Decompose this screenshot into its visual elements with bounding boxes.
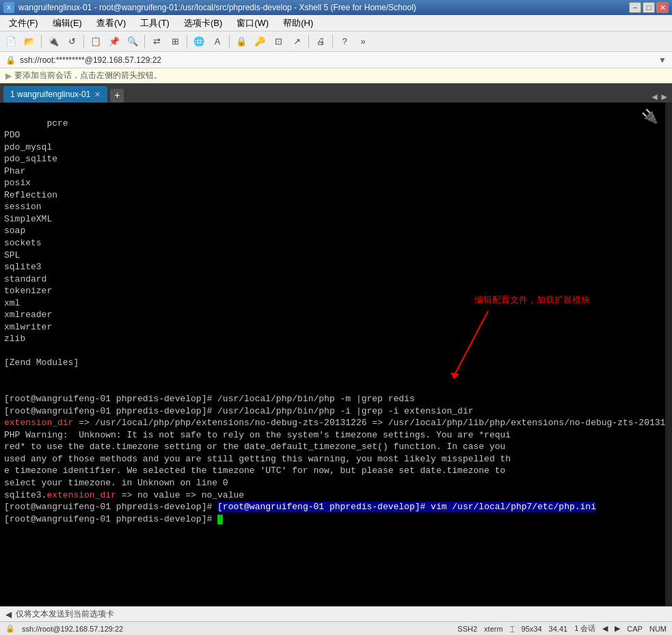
ssh-address: ssh://root@192.168.57.129:22 xyxy=(22,625,123,633)
tabbar: 1 wangruifenglinux-01 ✕ + ◀ ▶ xyxy=(0,83,672,103)
sftp-button[interactable]: ⊞ xyxy=(167,33,183,50)
minimize-button[interactable]: − xyxy=(629,2,641,13)
paste-button[interactable]: 📌 xyxy=(106,33,122,50)
menu-tabs[interactable]: 选项卡(B) xyxy=(178,16,228,31)
menu-edit[interactable]: 编辑(E) xyxy=(47,16,88,31)
toolbar-sep-2 xyxy=(83,35,84,49)
help-button[interactable]: ? xyxy=(336,33,353,50)
menu-tools[interactable]: 工具(T) xyxy=(135,16,175,31)
cap-indicator: CAP xyxy=(627,625,643,633)
key-button[interactable]: 🔑 xyxy=(252,33,268,50)
encrypt-button[interactable]: 🔒 xyxy=(233,33,250,50)
app-icon: X xyxy=(3,2,14,13)
titlebar-left: X wangruifenglinux-01 - root@wangruifeng… xyxy=(3,2,416,13)
new-session-button[interactable]: 📄 xyxy=(3,33,19,50)
connect-button[interactable]: 🔌 xyxy=(45,33,62,50)
toolbar-sep-1 xyxy=(41,35,42,49)
sessions-count: 1 会话 xyxy=(574,623,595,634)
send-button[interactable]: ↗ xyxy=(288,33,305,50)
toolbar-sep-6 xyxy=(308,35,309,49)
toolbar-sep-3 xyxy=(144,35,145,49)
menu-window[interactable]: 窗口(W) xyxy=(231,16,274,31)
print-button[interactable]: 🖨 xyxy=(312,33,329,50)
tab-left-arrow[interactable]: ◀ xyxy=(650,91,658,103)
titlebar-buttons: − □ ✕ xyxy=(629,2,669,13)
titlebar: X wangruifenglinux-01 - root@wangruifeng… xyxy=(0,0,672,15)
addressbar: 🔒 ssh://root:*********@192.168.57.129:22… xyxy=(0,52,672,68)
bottom-statusbar: 🔒 ssh://root@192.168.57.129:22 SSH2 xter… xyxy=(0,621,672,635)
status-icon: ◀ xyxy=(5,610,12,619)
infobar-text: 要添加当前会话，点击左侧的箭头按钮。 xyxy=(14,70,162,81)
screen-button[interactable]: ⊡ xyxy=(270,33,286,50)
infobar: ▶ 要添加当前会话，点击左侧的箭头按钮。 xyxy=(0,68,672,83)
menu-help[interactable]: 帮助(H) xyxy=(278,16,319,31)
transfer-button[interactable]: ⇄ xyxy=(148,33,165,50)
tab-session-1[interactable]: 1 wangruifenglinux-01 ✕ xyxy=(3,86,107,103)
toolbar-sep-7 xyxy=(332,35,333,49)
globe-button[interactable]: 🌐 xyxy=(191,33,207,50)
statusbar-text: 仅将文本发送到当前选项卡 xyxy=(16,608,114,620)
scroll-left[interactable]: ◀ xyxy=(602,624,608,633)
tab-close-button[interactable]: ✕ xyxy=(94,90,100,99)
new-tab-button[interactable]: + xyxy=(110,89,124,103)
statusbar: ◀ 仅将文本发送到当前选项卡 xyxy=(0,606,672,621)
terminal-wrapper[interactable]: pcre PDO pdo_mysql pdo_sqlite Phar posix… xyxy=(0,103,672,606)
titlebar-title: wangruifenglinux-01 - root@wangruifeng-0… xyxy=(18,3,416,12)
address-dropdown[interactable]: ▼ xyxy=(658,55,667,65)
info-icon: ▶ xyxy=(5,71,12,81)
address-text: ssh://root:*********@192.168.57.129:22 xyxy=(20,55,161,65)
reconnect-button[interactable]: ↺ xyxy=(64,33,80,50)
menu-view[interactable]: 查看(V) xyxy=(91,16,131,31)
tab-right-arrow[interactable]: ▶ xyxy=(660,91,669,103)
terminal-content: pcre PDO pdo_mysql pdo_sqlite Phar posix… xyxy=(4,105,668,537)
size-value: 95x34 xyxy=(522,625,542,633)
toolbar-sep-4 xyxy=(187,35,187,49)
size-indicator: ⌶ xyxy=(510,625,515,633)
copy-button[interactable]: 📋 xyxy=(88,33,104,50)
lock-icon: 🔒 xyxy=(5,55,16,65)
app-window: X wangruifenglinux-01 - root@wangruifeng… xyxy=(0,0,672,635)
open-button[interactable]: 📂 xyxy=(21,33,38,50)
expand-button[interactable]: » xyxy=(355,33,371,50)
bottom-status-right: SSH2 xterm ⌶ 95x34 34,41 1 会话 ◀ ▶ CAP NU… xyxy=(457,623,667,634)
search-button[interactable]: 🔍 xyxy=(124,33,141,50)
toolbar: 📄 📂 🔌 ↺ 📋 📌 🔍 ⇄ ⊞ 🌐 A 🔒 🔑 ⊡ ↗ 🖨 ? » xyxy=(0,31,672,52)
tab-label: 1 wangruifenglinux-01 xyxy=(10,90,90,99)
terminal[interactable]: pcre PDO pdo_mysql pdo_sqlite Phar posix… xyxy=(0,103,672,606)
scrollbar[interactable] xyxy=(665,103,672,606)
close-button[interactable]: ✕ xyxy=(656,2,669,13)
toolbar-sep-5 xyxy=(229,35,230,49)
ssh-status-icon: 🔒 xyxy=(5,624,15,633)
num-indicator: NUM xyxy=(649,625,667,633)
menu-file[interactable]: 文件(F) xyxy=(3,16,44,31)
protocol-badge: SSH2 xyxy=(457,625,477,633)
scroll-right[interactable]: ▶ xyxy=(615,624,620,633)
maximize-button[interactable]: □ xyxy=(643,2,655,13)
tab-arrows: ◀ ▶ xyxy=(650,91,669,103)
usb-icon: 🔌 xyxy=(641,108,658,125)
font-button[interactable]: A xyxy=(209,33,226,50)
position-value: 34,41 xyxy=(549,625,568,633)
term-type: xterm xyxy=(484,625,503,633)
menubar: 文件(F) 编辑(E) 查看(V) 工具(T) 选项卡(B) 窗口(W) 帮助(… xyxy=(0,15,672,31)
